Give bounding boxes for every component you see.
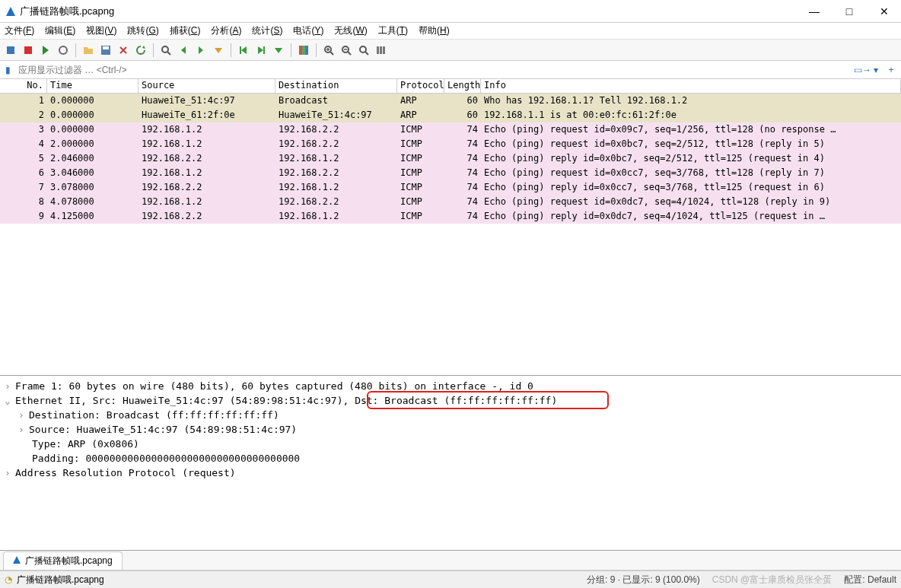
packet-row[interactable]: 52.046000192.168.2.2192.168.1.2ICMP74Ech… bbox=[0, 151, 901, 166]
tree-frame: ›Frame 1: 60 bytes on wire (480 bits), 6… bbox=[5, 379, 896, 393]
col-header-protocol[interactable]: Protocol bbox=[397, 79, 444, 93]
tree-padding: Padding: 0000000000000000000000000000000… bbox=[5, 451, 896, 466]
go-to-packet-button[interactable] bbox=[211, 43, 226, 58]
filter-dropdown-button[interactable]: ▾ bbox=[869, 65, 883, 75]
packet-row[interactable]: 10.000000HuaweiTe_51:4c:97BroadcastARP60… bbox=[0, 94, 901, 108]
titlebar: 广播链路帧哦.pcapng — □ ✕ bbox=[0, 0, 901, 23]
packet-row[interactable]: 42.000000192.168.1.2192.168.2.2ICMP74Ech… bbox=[0, 137, 901, 151]
window-title: 广播链路帧哦.pcapng bbox=[20, 5, 804, 18]
status-packet-count: 分组: 9 · 已显示: 9 (100.0%) bbox=[587, 574, 700, 586]
find-button[interactable] bbox=[158, 43, 174, 58]
packet-details-pane[interactable]: ›Frame 1: 60 bytes on wire (480 bits), 6… bbox=[0, 376, 901, 551]
colorize-button[interactable] bbox=[296, 43, 311, 58]
menu-v[interactable]: 视图(V) bbox=[86, 24, 116, 37]
svg-marker-14 bbox=[241, 46, 247, 54]
packet-rows[interactable]: 10.000000HuaweiTe_51:4c:97BroadcastARP60… bbox=[0, 94, 901, 375]
filter-add-button[interactable]: + bbox=[884, 65, 898, 75]
close-button[interactable]: ✕ bbox=[874, 5, 895, 17]
svg-point-9 bbox=[162, 46, 168, 52]
svg-line-23 bbox=[330, 52, 333, 55]
filter-apply-button[interactable]: ▭→ bbox=[854, 65, 868, 75]
packet-row[interactable]: 94.125000192.168.2.2192.168.1.2ICMP74Ech… bbox=[0, 209, 901, 224]
tree-arp: ›Address Resolution Protocol (request) bbox=[5, 466, 896, 480]
maximize-button[interactable]: □ bbox=[839, 5, 860, 17]
col-header-time[interactable]: Time bbox=[47, 79, 138, 93]
restart-capture-button[interactable] bbox=[38, 43, 53, 58]
go-forward-button[interactable] bbox=[193, 43, 209, 58]
svg-rect-32 bbox=[380, 46, 382, 54]
packet-row[interactable]: 30.000000192.168.1.2192.168.2.2ICMP74Ech… bbox=[0, 122, 901, 137]
tree-source: ›Source: HuaweiTe_51:4c:97 (54:89:98:51:… bbox=[5, 422, 896, 437]
menu-y[interactable]: 电话(Y) bbox=[293, 24, 323, 37]
col-header-length[interactable]: Length bbox=[444, 79, 481, 93]
packet-list-header: No. Time Source Destination Protocol Len… bbox=[0, 79, 901, 94]
menu-t[interactable]: 工具(T) bbox=[378, 24, 408, 37]
status-filename: 广播链路帧哦.pcapng bbox=[17, 574, 104, 586]
statusbar: ◔ 广播链路帧哦.pcapng 分组: 9 · 已显示: 9 (100.0%) … bbox=[0, 571, 901, 588]
capture-options-button[interactable] bbox=[56, 43, 71, 58]
tree-type: Type: ARP (0x0806) bbox=[5, 437, 896, 451]
display-filter-input[interactable] bbox=[15, 63, 854, 77]
svg-rect-1 bbox=[24, 46, 32, 54]
svg-line-27 bbox=[348, 52, 351, 55]
bookmark-icon[interactable]: ▮ bbox=[0, 65, 15, 75]
svg-marker-11 bbox=[181, 46, 186, 54]
zoom-in-button[interactable] bbox=[321, 43, 336, 58]
packet-row[interactable]: 20.000000HuaweiTe_61:2f:0eHuaweiTe_51:4c… bbox=[0, 108, 901, 122]
status-watermark: CSDN @富士康质检员张全蛋 bbox=[712, 574, 833, 586]
close-file-button[interactable] bbox=[116, 43, 131, 58]
menu-h[interactable]: 帮助(H) bbox=[419, 24, 450, 37]
save-file-button[interactable] bbox=[98, 43, 113, 58]
svg-marker-12 bbox=[199, 46, 203, 54]
packet-row[interactable]: 73.078000192.168.2.2192.168.1.2ICMP74Ech… bbox=[0, 180, 901, 195]
svg-point-29 bbox=[360, 46, 366, 52]
status-profile: 配置: Default bbox=[844, 574, 896, 586]
auto-scroll-button[interactable] bbox=[271, 43, 286, 58]
svg-marker-18 bbox=[275, 48, 282, 53]
menu-f[interactable]: 文件(F) bbox=[5, 24, 34, 37]
tab-file[interactable]: 广播链路帧哦.pcapng bbox=[3, 551, 123, 570]
svg-point-3 bbox=[59, 46, 67, 54]
col-header-no[interactable]: No. bbox=[0, 79, 47, 93]
menu-c[interactable]: 捕获(C) bbox=[170, 24, 201, 37]
menubar: 文件(F)编辑(E)视图(V)跳转(G)捕获(C)分析(A)统计(S)电话(Y)… bbox=[0, 23, 901, 40]
tab-file-label: 广播链路帧哦.pcapng bbox=[25, 555, 113, 566]
zoom-out-button[interactable] bbox=[339, 43, 354, 58]
minimize-button[interactable]: — bbox=[804, 5, 825, 17]
stop-capture-button[interactable] bbox=[21, 43, 36, 58]
go-back-button[interactable] bbox=[176, 43, 191, 58]
svg-marker-0 bbox=[7, 46, 14, 54]
svg-rect-20 bbox=[302, 46, 305, 55]
menu-s[interactable]: 统计(S) bbox=[252, 24, 282, 37]
open-file-button[interactable] bbox=[81, 43, 96, 58]
menu-e[interactable]: 编辑(E) bbox=[45, 24, 75, 37]
first-packet-button[interactable] bbox=[236, 43, 251, 58]
svg-rect-15 bbox=[240, 46, 241, 54]
app-icon bbox=[6, 7, 15, 16]
svg-marker-8 bbox=[142, 46, 145, 49]
packet-row[interactable]: 63.046000192.168.1.2192.168.2.2ICMP74Ech… bbox=[0, 166, 901, 180]
svg-line-10 bbox=[167, 52, 170, 55]
tree-ethernet-dst[interactable]: Dst: Broadcast (ff:ff:ff:ff:ff:ff) bbox=[355, 395, 557, 406]
svg-rect-17 bbox=[263, 46, 265, 54]
menu-a[interactable]: 分析(A) bbox=[211, 24, 241, 37]
start-capture-button[interactable] bbox=[3, 43, 18, 58]
svg-marker-2 bbox=[43, 46, 49, 55]
col-header-info[interactable]: Info bbox=[481, 79, 901, 93]
resize-columns-button[interactable] bbox=[374, 43, 389, 58]
status-ready-icon: ◔ bbox=[5, 574, 12, 585]
toolbar bbox=[0, 40, 901, 61]
col-header-destination[interactable]: Destination bbox=[275, 79, 397, 93]
svg-line-30 bbox=[365, 52, 368, 55]
reload-button[interactable] bbox=[133, 43, 148, 58]
svg-rect-19 bbox=[299, 46, 302, 55]
packet-list-pane: No. Time Source Destination Protocol Len… bbox=[0, 79, 901, 376]
zoom-reset-button[interactable] bbox=[356, 43, 371, 58]
col-header-source[interactable]: Source bbox=[138, 79, 275, 93]
svg-rect-5 bbox=[103, 46, 109, 49]
menu-g[interactable]: 跳转(G) bbox=[127, 24, 158, 37]
packet-row[interactable]: 84.078000192.168.1.2192.168.2.2ICMP74Ech… bbox=[0, 195, 901, 209]
menu-w[interactable]: 无线(W) bbox=[334, 24, 367, 37]
last-packet-button[interactable] bbox=[253, 43, 269, 58]
svg-rect-33 bbox=[383, 46, 385, 54]
